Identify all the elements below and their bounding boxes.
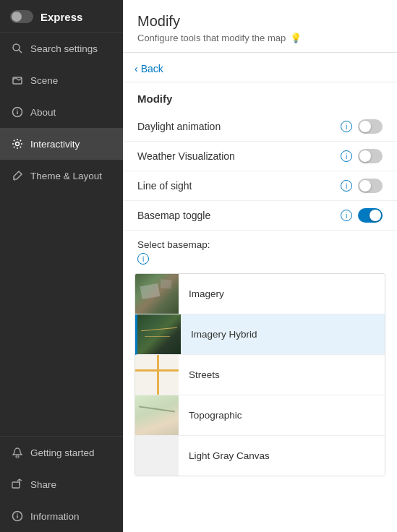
select-basemap-text: Select basemap: <box>137 239 210 250</box>
sidebar-item-label: Getting started <box>30 447 95 458</box>
basemap-item-streets[interactable]: Streets <box>135 355 385 395</box>
sidebar-item-label: About <box>30 107 56 118</box>
basemap-toggle-controls: i <box>341 208 383 223</box>
main-title: Modify <box>137 13 383 30</box>
sidebar-item-theme-layout[interactable]: Theme & Layout <box>0 160 123 192</box>
svg-point-10 <box>17 513 18 515</box>
section-title: Modify <box>123 82 397 112</box>
daylight-toggle[interactable] <box>358 119 383 134</box>
sidebar-item-label: Information <box>30 511 80 522</box>
select-basemap-label: Select basemap: <box>123 231 397 253</box>
svg-point-0 <box>13 44 20 51</box>
setting-label-los: Line of sight <box>137 180 341 192</box>
main-subtitle: Configure tools that modify the map 💡 <box>137 33 383 43</box>
svg-point-6 <box>16 142 20 146</box>
light-thumb-visual <box>135 436 179 476</box>
imagery-thumb-visual <box>135 274 179 314</box>
los-controls: i <box>341 179 383 193</box>
hybrid-label: Imagery Hybrid <box>181 329 268 340</box>
setting-label-basemap: Basemap toggle <box>137 210 341 221</box>
sidebar-item-label: Search settings <box>30 43 98 54</box>
setting-label-daylight: Daylight animation <box>137 121 341 132</box>
app-name: Express <box>40 11 82 23</box>
svg-line-1 <box>19 50 22 53</box>
weather-info-icon[interactable]: i <box>341 150 352 162</box>
app-toggle-row: Express <box>0 0 123 33</box>
basemap-item-light-gray[interactable]: Light Gray Canvas <box>135 436 385 476</box>
sidebar-item-information[interactable]: Information <box>0 500 123 532</box>
main-panel: Modify Configure tools that modify the m… <box>123 0 397 532</box>
sidebar-item-scene[interactable]: Scene <box>0 64 123 96</box>
sidebar-item-label: Share <box>30 479 56 490</box>
sidebar-item-label: Scene <box>30 75 58 86</box>
setting-row-basemap-toggle: Basemap toggle i <box>123 201 397 231</box>
basemap-info-row: i <box>123 253 397 269</box>
weather-toggle[interactable] <box>358 149 383 163</box>
weather-controls: i <box>341 149 383 163</box>
main-header: Modify Configure tools that modify the m… <box>123 0 397 53</box>
sidebar-item-label: Theme & Layout <box>30 171 102 181</box>
svg-point-5 <box>17 109 18 111</box>
svg-rect-7 <box>12 482 20 488</box>
streets-label: Streets <box>179 369 230 380</box>
setting-row-line-of-sight: Line of sight i <box>123 171 397 201</box>
light-label: Light Gray Canvas <box>179 450 280 461</box>
setting-row-weather: Weather Visualization i <box>123 142 397 171</box>
info-circle-icon <box>12 510 23 522</box>
brush-icon <box>12 170 23 181</box>
los-toggle[interactable] <box>358 179 383 193</box>
setting-row-daylight: Daylight animation i <box>123 112 397 142</box>
rocket-icon <box>12 447 23 458</box>
sidebar: Express Search settings Scene About Inte… <box>0 0 123 532</box>
select-basemap-info-icon[interactable]: i <box>137 253 149 265</box>
imagery-label: Imagery <box>179 288 234 299</box>
share-icon <box>12 479 23 490</box>
basemap-info-icon[interactable]: i <box>341 210 352 221</box>
topo-label: Topographic <box>179 410 252 421</box>
basemap-list: Imagery Imagery Hybrid Streets Topograph… <box>135 273 385 476</box>
streets-thumbnail <box>135 355 179 395</box>
bulb-icon[interactable]: 💡 <box>290 33 302 43</box>
basemap-item-imagery[interactable]: Imagery <box>135 274 385 314</box>
sidebar-item-about[interactable]: About <box>0 96 123 128</box>
sidebar-spacer <box>0 192 123 436</box>
express-toggle[interactable] <box>10 10 33 23</box>
sidebar-item-label: Interactivity <box>30 139 80 150</box>
hybrid-thumbnail <box>137 314 181 354</box>
basemap-toggle[interactable] <box>358 208 383 223</box>
scene-icon <box>12 74 23 86</box>
sidebar-item-search-settings[interactable]: Search settings <box>0 33 123 64</box>
basemap-item-topographic[interactable]: Topographic <box>135 395 385 436</box>
daylight-info-icon[interactable]: i <box>341 121 352 132</box>
search-icon <box>12 43 23 54</box>
sidebar-item-getting-started[interactable]: Getting started <box>0 437 123 468</box>
basemap-item-imagery-hybrid[interactable]: Imagery Hybrid <box>135 314 385 355</box>
info-icon <box>12 106 23 118</box>
topo-thumbnail <box>135 395 179 435</box>
gear-icon <box>12 138 23 150</box>
streets-thumb-visual <box>135 355 179 395</box>
light-thumbnail <box>135 436 179 476</box>
sidebar-item-share[interactable]: Share <box>0 468 123 500</box>
hybrid-thumb-visual <box>137 314 181 354</box>
svg-rect-2 <box>13 77 22 84</box>
title-text: Modify <box>137 13 180 30</box>
topo-thumb-visual <box>135 395 179 435</box>
daylight-controls: i <box>341 119 383 134</box>
back-button[interactable]: ‹ Back <box>123 53 397 82</box>
back-label: Back <box>141 63 163 74</box>
back-chevron: ‹ <box>135 63 138 74</box>
subtitle-text: Configure tools that modify the map <box>137 33 286 43</box>
sidebar-bottom: Getting started Share Information <box>0 436 123 532</box>
los-info-icon[interactable]: i <box>341 180 352 192</box>
panel-content: ‹ Back Modify Daylight animation i Weath… <box>123 53 397 532</box>
sidebar-item-interactivity[interactable]: Interactivity <box>0 128 123 160</box>
imagery-thumbnail <box>135 274 179 314</box>
setting-label-weather: Weather Visualization <box>137 150 341 162</box>
